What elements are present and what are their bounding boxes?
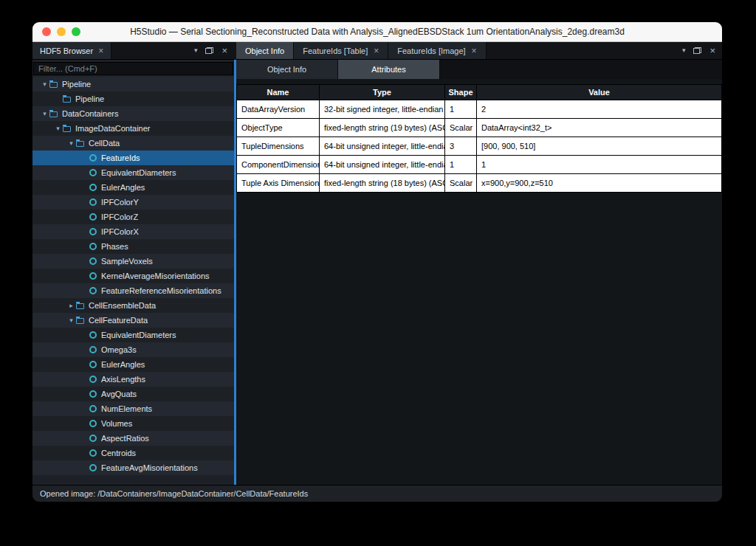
close-panel-icon[interactable]: × [709,46,715,55]
dropdown-arrow-icon[interactable]: ▾ [682,47,686,54]
table-cell: Scalar [445,119,477,137]
table-row[interactable]: ComponentDimensions64-bit unsigned integ… [237,156,722,174]
tree-item-samplevoxels[interactable]: SampleVoxels [32,254,234,269]
close-window-button[interactable] [42,27,51,36]
tree-item-numelements[interactable]: NumElements [32,401,234,416]
subtab-object-info[interactable]: Object Info [236,60,338,79]
tree-item-label: Phases [101,242,128,251]
tree-indent [32,143,66,144]
dataset-icon [89,213,97,221]
app-window: H5Studio — Serial Sectioning_Reconstruct… [32,22,722,502]
filter-row [32,60,234,77]
chevron-right-icon[interactable]: ▸ [66,303,76,309]
group-folder-icon [76,318,84,324]
table-row[interactable]: Tuple Axis Dimensionsfixed-length string… [237,174,722,193]
tree-item-centroids[interactable]: Centroids [32,446,234,460]
close-icon[interactable]: × [472,46,477,55]
tree-item-eulerangles[interactable]: EulerAngles [32,180,234,195]
tree-item-datacontainers[interactable]: ▾DataContainers [32,106,234,121]
tree-item-label: AvgQuats [101,390,137,398]
group-folder-icon [49,111,58,117]
float-panel-icon[interactable] [205,47,213,54]
table-row[interactable]: ObjectTypefixed-length string (19 bytes)… [237,119,722,137]
tab-object-info[interactable]: Object Info [236,42,294,59]
close-icon[interactable]: × [374,46,379,55]
column-header-type[interactable]: Type [320,85,445,100]
tree-item-ipfcolory[interactable]: IPFColorY [32,195,234,210]
tree-item-aspectratios[interactable]: AspectRatios [32,431,234,446]
tree-item-equivalentdiameters[interactable]: EquivalentDiameters [32,165,234,180]
table-cell: [900, 900, 510] [477,137,722,156]
tree-item-label: FeatureReferenceMisorientations [101,286,221,295]
traffic-lights [32,27,80,36]
tree-item-imagedatacontainer[interactable]: ▾ImageDataContainer [32,121,234,136]
tree-item-cellfeaturedata[interactable]: ▾CellFeatureData [32,313,234,328]
chevron-down-icon[interactable]: ▾ [53,125,63,132]
table-row[interactable]: DataArrayVersion32-bit signed integer, l… [237,100,722,119]
tree-item-cellensembledata[interactable]: ▸CellEnsembleData [32,298,234,313]
table-cell: Tuple Axis Dimensions [237,174,320,193]
table-cell: 1 [445,156,477,174]
tree-item-equivalentdiameters[interactable]: EquivalentDiameters [32,328,234,342]
float-panel-icon[interactable] [693,47,701,54]
tree-item-eulerangles[interactable]: EulerAngles [32,357,234,372]
close-icon[interactable]: × [98,46,103,55]
editor-panel: Object InfoFeatureIds [Table]×FeatureIds… [236,42,722,485]
table-cell: fixed-length string (18 bytes) (ASCII) [320,174,445,193]
tab-featureids-table[interactable]: FeatureIds [Table]× [294,42,388,59]
column-header-value[interactable]: Value [477,85,722,100]
column-header-name[interactable]: Name [237,85,320,100]
table-cell: Scalar [445,174,477,193]
zoom-window-button[interactable] [72,27,80,36]
tree-item-volumes[interactable]: Volumes [32,416,234,431]
dropdown-arrow-icon[interactable]: ▾ [194,47,198,54]
dataset-icon [89,198,97,206]
subtab-attributes[interactable]: Attributes [338,60,440,79]
table-cell: DataArray<int32_t> [477,119,722,137]
tree-indent [32,409,80,410]
tree-item-avgquats[interactable]: AvgQuats [32,387,234,401]
tree-item-axislengths[interactable]: AxisLengths [32,372,234,387]
chevron-down-icon[interactable]: ▾ [66,140,76,147]
chevron-down-icon[interactable]: ▾ [40,111,49,117]
tree-item-pipeline[interactable]: ▾Pipeline [32,77,234,91]
tree-item-ipfcolorz[interactable]: IPFColorZ [32,210,234,224]
tree-indent [32,187,80,188]
dataset-icon [89,331,97,339]
tree-indent [32,424,80,424]
minimize-window-button[interactable] [57,27,66,36]
editor-panel-controls: ▾ × [682,42,722,59]
tree-item-celldata[interactable]: ▾CellData [32,136,234,151]
dataset-icon [89,184,97,191]
tree-item-phases[interactable]: Phases [32,239,234,254]
tree-item-omega3s[interactable]: Omega3s [32,342,234,357]
tree-indent [32,232,80,232]
tree-item-label: IPFColorY [101,198,139,207]
group-folder-icon [76,141,84,147]
tree-item-pipeline[interactable]: Pipeline [32,91,234,106]
tree-indent [32,276,80,277]
dataset-icon [89,435,97,442]
tree-item-label: EquivalentDiameters [101,331,176,339]
chevron-down-icon[interactable]: ▾ [66,317,76,324]
tab-hdf5-browser[interactable]: HDF5 Browser × [32,42,111,59]
tree-item-kernelaveragemisorientations[interactable]: KernelAverageMisorientations [32,269,234,283]
tab-label: FeatureIds [Image] [397,46,465,55]
tree-item-featurereferencemisorientations[interactable]: FeatureReferenceMisorientations [32,283,234,298]
dataset-icon [89,154,97,162]
tree-indent [32,364,80,365]
tree-indent [32,246,80,247]
table-row[interactable]: TupleDimensions64-bit unsigned integer, … [237,137,722,156]
tab-featureids-image[interactable]: FeatureIds [Image]× [388,42,486,59]
filter-input[interactable] [33,62,233,75]
tree-item-featureavgmisorientations[interactable]: FeatureAvgMisorientations [32,460,234,475]
column-header-shape[interactable]: Shape [445,85,477,100]
tree-item-ipfcolorx[interactable]: IPFColorX [32,224,234,239]
tree-item-label: NumElements [101,404,152,413]
tree-item-featureids[interactable]: FeatureIds [32,151,234,165]
tree-indent [32,173,80,173]
tree-item-label: Pipeline [75,94,104,103]
chevron-down-icon[interactable]: ▾ [40,81,49,88]
close-panel-icon[interactable]: × [221,46,227,55]
tree-item-label: KernelAverageMisorientations [101,272,210,280]
